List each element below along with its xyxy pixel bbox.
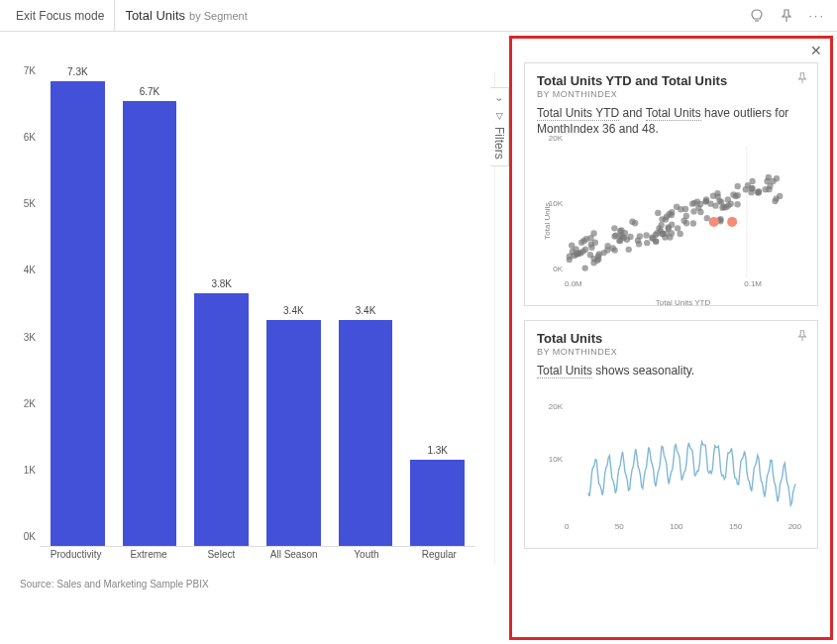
header-icons: ···	[749, 8, 831, 24]
svg-point-71	[674, 204, 680, 210]
svg-point-97	[637, 234, 643, 240]
svg-point-125	[677, 231, 682, 237]
svg-point-83	[611, 226, 617, 232]
svg-point-120	[695, 205, 701, 211]
svg-point-102	[728, 201, 734, 207]
mini-x-axis: 0 50 100 150 200	[565, 522, 801, 538]
pin-icon[interactable]	[779, 8, 794, 24]
scatter-chart[interactable]: Total Units 0K 10K 20K 0.0M 0.1M Total U…	[537, 147, 805, 295]
svg-point-118	[689, 201, 695, 207]
svg-point-69	[774, 175, 780, 181]
svg-point-41	[735, 183, 741, 189]
svg-point-111	[703, 197, 709, 203]
svg-point-116	[595, 254, 601, 260]
svg-point-143	[715, 194, 721, 200]
x-axis: ProductivityExtremeSelectAll SeasonYouth…	[40, 549, 475, 567]
mini-y-axis: 0K 10K 20K	[537, 147, 565, 277]
svg-point-117	[777, 193, 783, 199]
title-main: Total Units	[125, 8, 185, 23]
svg-point-127	[592, 240, 598, 246]
page-title: Total Units by Segment	[115, 8, 749, 23]
bar[interactable]: 3.4K	[260, 81, 328, 546]
mini-y-axis: 10K 20K	[537, 389, 565, 520]
pin-icon[interactable]	[795, 329, 809, 343]
svg-point-108	[658, 222, 664, 228]
title-subtitle: by Segment	[189, 10, 248, 22]
svg-point-93	[604, 248, 610, 254]
insight-description: Total Units YTD and Total Units have out…	[537, 105, 805, 137]
svg-point-104	[749, 185, 755, 191]
svg-point-141	[669, 222, 675, 228]
insight-title: Total Units YTD and Total Units	[537, 73, 805, 88]
svg-point-113	[569, 243, 575, 249]
insight-subtitle: BY MONTHINDEX	[537, 89, 805, 99]
svg-point-22	[655, 210, 661, 216]
bar-chart-area: ‹ ▷ Filters 0K1K2K3K4K5K6K7K 7.3K6.7K3.8…	[0, 32, 495, 644]
line-plot	[565, 389, 801, 520]
svg-point-114	[582, 247, 588, 253]
y-axis: 0K1K2K3K4K5K6K7K	[10, 81, 40, 547]
svg-point-20	[690, 221, 696, 227]
svg-point-132	[660, 231, 666, 237]
svg-point-138	[718, 199, 724, 205]
insights-panel: ✕ Total Units YTD and Total Units BY MON…	[509, 36, 833, 640]
svg-point-123	[613, 233, 619, 239]
svg-point-121	[764, 178, 770, 184]
more-icon[interactable]: ···	[808, 8, 825, 24]
svg-point-88	[756, 190, 762, 196]
svg-point-109	[627, 234, 633, 240]
chevron-left-icon: ‹	[494, 98, 505, 101]
mini-x-axis: 0.0M 0.1M Total Units YTD	[565, 279, 801, 295]
source-label: Source: Sales and Marketing Sample PBIX	[20, 579, 209, 590]
svg-point-106	[644, 240, 650, 246]
header-bar: Exit Focus mode Total Units by Segment ·…	[0, 0, 837, 32]
svg-point-11	[582, 266, 588, 271]
svg-point-46	[612, 248, 618, 254]
main-area: ‹ ▷ Filters 0K1K2K3K4K5K6K7K 7.3K6.7K3.8…	[0, 32, 837, 644]
insight-card-seasonality[interactable]: Total Units BY MONTHINDEX Total Units sh…	[524, 320, 818, 548]
svg-point-136	[730, 192, 736, 198]
svg-point-128	[587, 235, 593, 241]
idea-icon[interactable]	[749, 8, 765, 24]
line-chart[interactable]: 10K 20K 0 50 100 150 200	[537, 389, 805, 538]
insight-title: Total Units	[537, 331, 805, 346]
svg-point-144	[709, 217, 719, 227]
bar[interactable]: 1.3K	[403, 81, 471, 546]
svg-point-59	[675, 226, 680, 232]
svg-point-110	[680, 218, 686, 224]
svg-point-129	[650, 236, 656, 242]
scatter-plot	[565, 147, 801, 277]
svg-point-62	[734, 201, 740, 207]
bar[interactable]: 7.3K	[44, 81, 112, 546]
svg-point-139	[619, 234, 625, 240]
bar-chart[interactable]: 0K1K2K3K4K5K6K7K 7.3K6.7K3.8K3.4K3.4K1.3…	[40, 81, 485, 567]
exit-focus-button[interactable]: Exit Focus mode	[6, 0, 115, 31]
bar[interactable]: 3.8K	[187, 81, 256, 546]
insight-card-outliers[interactable]: Total Units YTD and Total Units BY MONTH…	[524, 62, 818, 306]
svg-point-45	[663, 217, 669, 223]
svg-point-73	[643, 233, 649, 239]
svg-point-142	[574, 252, 579, 258]
insight-subtitle: BY MONTHINDEX	[537, 347, 805, 357]
bar[interactable]: 3.4K	[332, 81, 400, 546]
bar[interactable]: 6.7K	[116, 81, 184, 546]
svg-point-28	[626, 247, 632, 253]
svg-point-112	[567, 254, 573, 260]
pin-icon[interactable]	[795, 71, 809, 85]
insight-description: Total Units shows seasonality.	[537, 363, 805, 378]
svg-point-119	[632, 220, 638, 226]
svg-point-145	[727, 217, 737, 227]
chart-plot: 7.3K6.7K3.8K3.4K3.4K1.3K	[40, 81, 475, 547]
x-axis-label: Total Units YTD	[656, 298, 710, 307]
filters-panel-toggle[interactable]: ‹ ▷ Filters	[490, 87, 509, 166]
close-icon[interactable]: ✕	[810, 43, 822, 58]
svg-point-135	[669, 212, 675, 218]
filters-label: Filters	[492, 127, 506, 160]
svg-point-137	[712, 203, 718, 209]
